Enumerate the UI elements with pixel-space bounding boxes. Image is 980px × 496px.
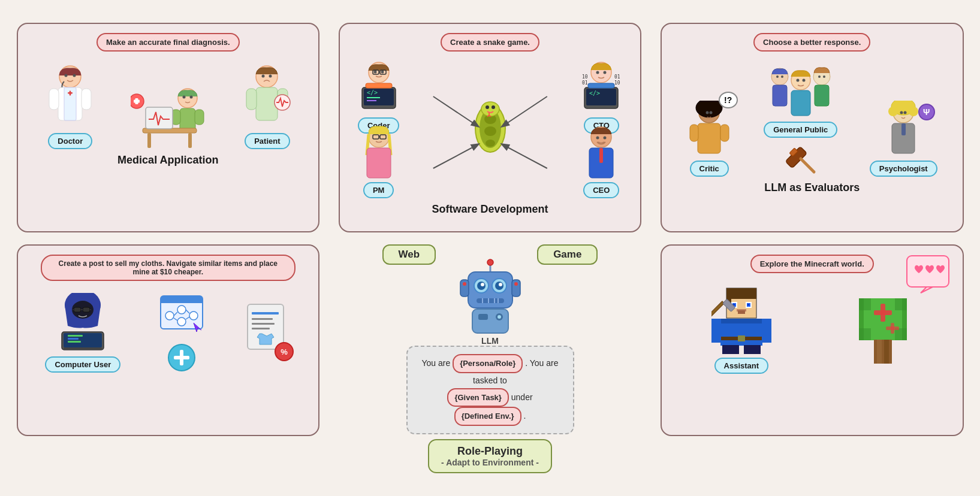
svg-point-146 bbox=[499, 283, 502, 286]
svg-rect-7 bbox=[82, 89, 91, 110]
svg-point-100 bbox=[909, 107, 918, 116]
svg-rect-132 bbox=[180, 350, 183, 365]
svg-point-12 bbox=[189, 96, 192, 99]
svg-point-99 bbox=[888, 107, 898, 116]
general-public-label: General Public bbox=[764, 122, 837, 138]
evaluators-task: Choose a better response. bbox=[753, 33, 870, 52]
computer-user-label: Computer User bbox=[45, 356, 120, 373]
game-panel: Explore the Minecraft world. bbox=[661, 244, 964, 436]
svg-rect-41 bbox=[366, 83, 392, 88]
svg-rect-185 bbox=[859, 328, 871, 340]
svg-point-123 bbox=[189, 311, 198, 320]
svg-point-57 bbox=[486, 140, 495, 147]
snake-icon bbox=[463, 98, 517, 161]
medical-panel: Make an accurate final diagnosis. bbox=[17, 23, 320, 232]
svg-point-83 bbox=[776, 75, 779, 78]
svg-point-76 bbox=[696, 101, 722, 117]
svg-point-43 bbox=[596, 71, 599, 74]
patient-character: Patient bbox=[242, 63, 293, 149]
shopping-icon-area: % bbox=[243, 301, 291, 364]
svg-point-155 bbox=[514, 282, 518, 286]
psych-with-badge: Ψ bbox=[881, 101, 926, 157]
thought-bubble: !? bbox=[719, 92, 738, 108]
psychologist-label: Psychologist bbox=[870, 161, 937, 177]
svg-rect-174 bbox=[738, 335, 745, 341]
svg-rect-19 bbox=[146, 107, 173, 129]
minecraft-steve-svg bbox=[711, 285, 771, 354]
software-layout: </> Coder bbox=[349, 61, 632, 198]
svg-rect-114 bbox=[68, 335, 83, 337]
medical-title: Medical Application bbox=[117, 154, 218, 167]
svg-point-154 bbox=[463, 282, 466, 286]
evaluator-characters: !? bbox=[671, 63, 954, 177]
persona-badge: {Persona/Role} bbox=[453, 354, 523, 373]
bottom-row: Create a post to sell my cloths. Navigat… bbox=[17, 244, 964, 473]
svg-point-122 bbox=[177, 306, 186, 314]
computer-user-svg bbox=[56, 293, 110, 353]
svg-rect-184 bbox=[895, 298, 907, 310]
svg-rect-80 bbox=[690, 125, 698, 141]
svg-rect-192 bbox=[877, 340, 882, 364]
game-task: Explore the Minecraft world. bbox=[750, 255, 874, 273]
computer-use-panel: Create a post to sell my cloths. Navigat… bbox=[17, 244, 320, 436]
svg-point-139 bbox=[487, 259, 493, 265]
svg-rect-134 bbox=[252, 312, 279, 314]
discount-badge: % bbox=[275, 342, 294, 361]
svg-point-145 bbox=[481, 283, 484, 286]
prompt-under: under bbox=[511, 392, 533, 402]
llm-label: LLM bbox=[451, 336, 529, 346]
svg-point-78 bbox=[709, 111, 712, 114]
doctor-character: Doctor bbox=[43, 63, 97, 149]
game-label: Game bbox=[537, 244, 598, 265]
svg-point-121 bbox=[165, 311, 174, 320]
svg-rect-81 bbox=[720, 125, 729, 141]
heart-bubble-svg bbox=[906, 255, 951, 294]
computer-use-task: Create a post to sell my cloths. Navigat… bbox=[41, 255, 295, 281]
doctor-icon bbox=[43, 63, 97, 129]
coder-icon: </> bbox=[355, 61, 403, 114]
svg-rect-176 bbox=[744, 345, 761, 354]
psi-badge: Ψ bbox=[918, 104, 935, 120]
svg-rect-18 bbox=[188, 133, 192, 148]
svg-text:</>: </> bbox=[589, 90, 600, 96]
svg-point-59 bbox=[486, 105, 489, 109]
svg-point-56 bbox=[484, 126, 496, 136]
cto-icon: </> 10 01 01 10 bbox=[577, 61, 625, 114]
patient-desk-icon bbox=[131, 83, 209, 149]
svg-rect-177 bbox=[711, 319, 721, 343]
ceo-label: CEO bbox=[583, 182, 619, 198]
svg-rect-89 bbox=[815, 85, 829, 106]
doctor-label: Doctor bbox=[48, 133, 92, 149]
ceo-icon bbox=[577, 125, 625, 179]
svg-point-101 bbox=[900, 111, 903, 114]
svg-rect-6 bbox=[49, 89, 59, 110]
svg-rect-69 bbox=[367, 148, 391, 178]
svg-point-24 bbox=[262, 75, 265, 78]
svg-text:</>: </> bbox=[367, 89, 378, 96]
minecraft-steve-character: Assistant bbox=[711, 285, 771, 374]
computer-user-character: Computer User bbox=[45, 293, 120, 373]
role-playing-title: Role-Playing bbox=[441, 445, 539, 458]
software-task: Create a snake game. bbox=[441, 33, 539, 52]
robot-area: LLM bbox=[451, 259, 529, 346]
patient-label: Patient bbox=[245, 133, 290, 149]
svg-rect-27 bbox=[246, 89, 257, 110]
svg-rect-9 bbox=[70, 91, 71, 96]
svg-rect-136 bbox=[252, 323, 275, 325]
patient-icon bbox=[242, 63, 293, 129]
prompt-prefix: You are bbox=[421, 358, 450, 368]
web-icons-group bbox=[158, 293, 206, 373]
svg-rect-172 bbox=[720, 319, 762, 323]
svg-point-71 bbox=[596, 137, 599, 140]
svg-point-84 bbox=[781, 75, 783, 78]
critic-with-thought: !? bbox=[687, 101, 732, 157]
svg-point-102 bbox=[903, 111, 906, 114]
svg-point-58 bbox=[481, 102, 499, 116]
medical-desk-scene bbox=[131, 83, 209, 149]
heart-bubble bbox=[906, 255, 951, 296]
minecraft-characters: Assistant bbox=[671, 285, 954, 374]
evaluators-title: LLM as Evaluators bbox=[764, 182, 860, 194]
prompt-box: You are {Persona/Role} . You are tasked … bbox=[406, 346, 574, 434]
svg-rect-190 bbox=[891, 323, 894, 334]
svg-text:01: 01 bbox=[614, 74, 620, 80]
